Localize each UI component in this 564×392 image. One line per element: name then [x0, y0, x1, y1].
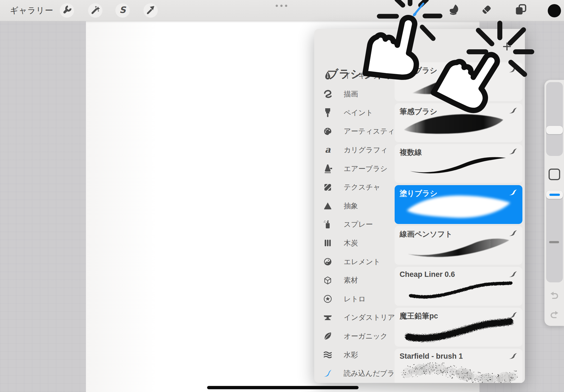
- eraser-button[interactable]: [480, 4, 493, 17]
- procreate-app: ギャラリー S ブラシライブラリ + インキング描画ペイントアーティスティックa…: [0, 0, 564, 392]
- wrench-icon: [62, 5, 72, 16]
- procreate-swoosh-icon: [508, 66, 519, 74]
- procreate-swoosh-icon: [508, 312, 519, 320]
- brush-name: 線画ペンソフト: [400, 229, 452, 239]
- gallery-button[interactable]: ギャラリー: [10, 0, 53, 21]
- category-item-8[interactable]: 抽象: [314, 200, 394, 211]
- procreate-swoosh-icon: [508, 271, 519, 279]
- leaf-icon: [323, 331, 333, 341]
- brush-sidebar: [544, 80, 564, 326]
- spray-can-icon: [323, 220, 333, 229]
- category-item-17[interactable]: 読み込んだブラシ: [314, 368, 394, 379]
- import-swoosh-icon: [323, 369, 333, 379]
- home-indicator[interactable]: [207, 386, 359, 389]
- selection-button[interactable]: S: [115, 3, 130, 18]
- procreate-swoosh-icon: [508, 107, 519, 115]
- category-item-15[interactable]: オーガニック: [314, 331, 394, 342]
- category-item-6[interactable]: エアーブラシ: [314, 163, 394, 174]
- category-item-9[interactable]: スプレー: [314, 219, 394, 230]
- actions-button[interactable]: [60, 3, 74, 18]
- procreate-swoosh-icon: [508, 189, 519, 197]
- category-item-14[interactable]: インダストリアル: [314, 312, 394, 323]
- texture-icon: [323, 182, 333, 192]
- category-label: 読み込んだブラシ: [344, 369, 402, 378]
- category-label: ペイント: [344, 108, 373, 118]
- magic-wand-icon: [91, 5, 100, 16]
- waves-icon: [323, 350, 333, 360]
- brush-row-5[interactable]: 線画ペンソフト: [395, 226, 522, 265]
- transform-button[interactable]: [143, 3, 158, 18]
- category-label: エレメント: [344, 257, 380, 267]
- opacity-handle[interactable]: [546, 191, 563, 199]
- category-label: インダストリアル: [344, 313, 402, 322]
- add-brush-button[interactable]: +: [496, 35, 518, 57]
- category-label: エアーブラシ: [344, 164, 387, 174]
- procreate-swoosh-icon: [508, 148, 519, 156]
- category-label: 描画: [344, 89, 358, 99]
- category-item-4[interactable]: アーティスティック: [314, 126, 394, 137]
- procreate-swoosh-icon: [508, 353, 519, 361]
- pen-nib-icon: [323, 71, 333, 80]
- brush-row-2[interactable]: 筆感ブラシ: [395, 103, 522, 142]
- brush-name: 魔王鉛筆pc: [400, 311, 438, 321]
- squiggle-icon: [323, 89, 333, 99]
- category-item-10[interactable]: 木炭: [314, 237, 394, 248]
- color-button[interactable]: [548, 4, 561, 17]
- category-item-11[interactable]: エレメント: [314, 256, 394, 267]
- category-label: 抽象: [344, 201, 358, 211]
- overflow-dots-icon[interactable]: [276, 5, 287, 7]
- category-label: テクスチャ: [344, 182, 380, 192]
- category-label: 素材: [344, 275, 358, 285]
- category-item-2[interactable]: 描画: [314, 89, 394, 100]
- brush-name: 塗りブラシ: [400, 188, 438, 198]
- eraser-icon: [481, 4, 493, 17]
- italic-a-icon: a: [323, 145, 333, 155]
- brush-row-3[interactable]: 複数線: [395, 144, 522, 183]
- opacity-slider[interactable]: [546, 191, 563, 282]
- brush-row-4-selected[interactable]: 塗りブラシ: [395, 185, 522, 224]
- brush-name: 筆感ブラシ: [400, 107, 437, 117]
- brush-name: Starfield - brush 1: [400, 352, 463, 361]
- layers-button[interactable]: [514, 4, 527, 17]
- brush-size-handle[interactable]: [546, 126, 563, 134]
- cube-icon: [323, 275, 333, 285]
- charcoal-bars-icon: [323, 238, 333, 248]
- undo-button[interactable]: [549, 290, 560, 301]
- opacity-value-dash: [549, 194, 560, 196]
- category-item-16[interactable]: 水彩: [314, 349, 394, 360]
- svg-text:S: S: [119, 5, 126, 15]
- yin-yang-icon: [323, 257, 333, 267]
- brush-size-slider[interactable]: [546, 82, 563, 156]
- category-label: オーガニック: [344, 331, 387, 341]
- brush-row-6[interactable]: Cheap Liner 0.6: [395, 267, 522, 306]
- palette-icon: [323, 126, 333, 136]
- top-toolbar: ギャラリー S: [0, 0, 564, 21]
- redo-icon: [549, 309, 560, 321]
- brush-row-7[interactable]: 魔王鉛筆pc: [395, 308, 522, 347]
- anvil-icon: [323, 313, 333, 323]
- category-item-12[interactable]: 素材: [314, 275, 394, 286]
- category-item-13[interactable]: レトロ: [314, 293, 394, 304]
- brush-library-panel: ブラシライブラリ + インキング描画ペイントアーティスティックaカリグラフィエア…: [314, 29, 525, 383]
- airbrush-icon: [323, 164, 333, 174]
- triangle-icon: [323, 201, 333, 211]
- category-item-5[interactable]: aカリグラフィ: [314, 144, 394, 155]
- redo-button[interactable]: [549, 309, 560, 320]
- category-label: カリグラフィ: [344, 145, 388, 155]
- category-item-7[interactable]: テクスチャ: [314, 182, 394, 193]
- modify-button[interactable]: [549, 169, 560, 180]
- category-label: レトロ: [344, 294, 366, 304]
- star-circle-icon: [323, 294, 333, 304]
- brush-name: Cheap Liner 0.6: [400, 270, 455, 279]
- category-item-3[interactable]: ペイント: [314, 107, 394, 118]
- smudge-button[interactable]: [447, 4, 460, 17]
- undo-icon: [549, 289, 560, 301]
- slider-marker-dash: [549, 241, 559, 243]
- category-item-1[interactable]: インキング: [314, 70, 394, 81]
- brush-name: 三角ブラシ: [400, 66, 437, 75]
- brush-row-8[interactable]: Starfield - brush 1: [395, 349, 522, 383]
- brush-row-1[interactable]: 三角ブラシ: [395, 62, 522, 101]
- paintbrush-icon: [323, 108, 333, 118]
- category-label: 水彩: [344, 350, 358, 360]
- adjustments-button[interactable]: [88, 3, 102, 18]
